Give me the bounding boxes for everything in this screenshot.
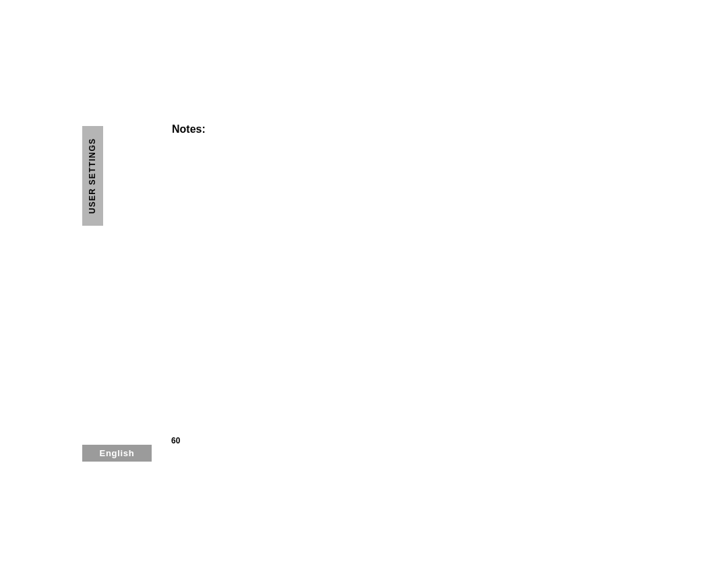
section-tab: USER SETTINGS: [82, 126, 103, 226]
notes-heading: Notes:: [172, 123, 206, 135]
document-page: USER SETTINGS Notes: 60 English: [0, 0, 728, 562]
page-number: 60: [171, 436, 180, 445]
language-label: English: [100, 448, 135, 458]
section-tab-label: USER SETTINGS: [88, 138, 98, 214]
language-tab: English: [82, 445, 152, 462]
